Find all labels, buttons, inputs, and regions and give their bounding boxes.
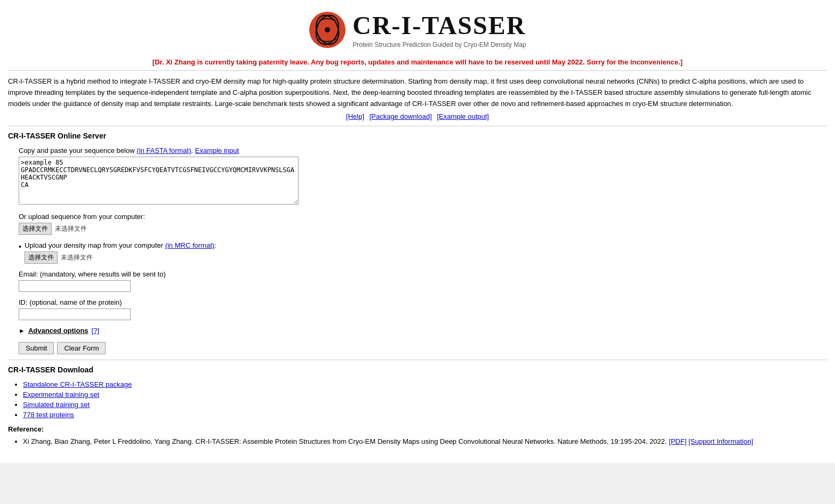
density-bullet-row: • Upload your density map from your comp…: [19, 241, 827, 264]
divider-2: [8, 126, 827, 126]
help-link[interactable]: [Help]: [346, 112, 364, 120]
download-link-3[interactable]: 778 test proteins: [23, 411, 74, 419]
logo-row: CR-I-TASSER Protein Structure Prediction…: [309, 11, 526, 48]
upload-seq-label: Or upload sequence from your computer:: [19, 213, 827, 221]
app-title: CR-I-TASSER: [352, 11, 526, 40]
id-label: ID: (optional, name of the protein): [19, 298, 827, 306]
header: CR-I-TASSER Protein Structure Prediction…: [8, 5, 827, 53]
list-item: Standalone CR-I-TASSER package: [23, 380, 827, 388]
reference-section: Reference: Xi Zhang, Biao Zhang, Peter L…: [8, 425, 827, 447]
intro-text: CR-I-TASSER is a hybrid method to integr…: [8, 76, 827, 109]
list-item: 778 test proteins: [23, 411, 827, 419]
links-row: [Help] [Package download] [Example outpu…: [8, 112, 827, 120]
download-link-2[interactable]: Simulated training set: [23, 401, 90, 409]
svg-point-3: [325, 27, 330, 32]
arrow-right-icon: ►: [19, 327, 25, 335]
upload-sequence-group: Or upload sequence from your computer: 选…: [19, 213, 827, 235]
download-link-0[interactable]: Standalone CR-I-TASSER package: [23, 380, 132, 388]
download-section: CR-I-TASSER Download Standalone CR-I-TAS…: [8, 365, 827, 419]
reference-list: Xi Zhang, Biao Zhang, Peter L Freddolino…: [8, 436, 827, 447]
upload-density-no-file: 未选择文件: [61, 253, 93, 262]
sequence-label-text: Copy and paste your sequence below: [19, 147, 135, 155]
mrc-format-link[interactable]: (in MRC format): [165, 241, 214, 249]
logo-icon: [309, 11, 346, 48]
upload-density-label-text: Upload your density map from your comput…: [25, 241, 163, 249]
divider-3: [8, 360, 827, 360]
id-input[interactable]: [19, 308, 131, 320]
notice-banner: [Dr. Xi Zhang is currently taking patern…: [8, 58, 827, 66]
advanced-help-link[interactable]: [?]: [92, 327, 99, 335]
app-subtitle: Protein Structure Prediction Guided by C…: [352, 41, 526, 48]
list-item: Xi Zhang, Biao Zhang, Peter L Freddolino…: [23, 436, 827, 447]
submit-button[interactable]: Submit: [19, 342, 54, 354]
reference-support-link[interactable]: [Support Information]: [688, 437, 753, 445]
email-input[interactable]: [19, 280, 131, 292]
reference-text: Xi Zhang, Biao Zhang, Peter L Freddolino…: [23, 437, 667, 445]
density-bullet: •: [19, 242, 21, 251]
example-output-link[interactable]: [Example output]: [437, 112, 489, 120]
upload-seq-button[interactable]: 选择文件: [19, 223, 52, 235]
sequence-textarea[interactable]: >example 85 GPADCCRMKECCTDRVNECLQRYSGRED…: [19, 157, 299, 205]
upload-density-row: 选择文件 未选择文件: [25, 251, 216, 264]
upload-seq-row: 选择文件 未选择文件: [19, 223, 827, 235]
upload-density-button[interactable]: 选择文件: [25, 251, 58, 264]
fasta-format-link[interactable]: (in FASTA format): [137, 147, 191, 155]
advanced-options-link[interactable]: Advanced options: [28, 327, 89, 335]
clear-form-button[interactable]: Clear Form: [57, 342, 106, 354]
download-list: Standalone CR-I-TASSER package Experimen…: [8, 380, 827, 419]
list-item: Simulated training set: [23, 401, 827, 409]
reference-pdf-link[interactable]: [PDF]: [669, 437, 686, 445]
sequence-label: Copy and paste your sequence below (in F…: [19, 147, 827, 155]
reference-title: Reference:: [8, 425, 827, 433]
form-buttons: Submit Clear Form: [19, 342, 827, 354]
package-download-link[interactable]: [Package download]: [370, 112, 432, 120]
email-group: Email: (mandatory, where results will be…: [19, 270, 827, 292]
example-input-link[interactable]: Example input: [195, 147, 239, 155]
list-item: Experimental training set: [23, 391, 827, 399]
upload-density-group: • Upload your density map from your comp…: [19, 241, 827, 264]
download-link-1[interactable]: Experimental training set: [23, 391, 99, 399]
server-section-title: CR-I-TASSER Online Server: [8, 132, 827, 140]
upload-seq-no-file: 未选择文件: [55, 224, 87, 233]
advanced-options-row: ► Advanced options [?]: [19, 327, 827, 335]
id-group: ID: (optional, name of the protein): [19, 298, 827, 320]
title-block: CR-I-TASSER Protein Structure Prediction…: [352, 11, 526, 48]
upload-density-label: Upload your density map from your comput…: [25, 241, 216, 249]
download-section-title: CR-I-TASSER Download: [8, 365, 827, 374]
sequence-group: Copy and paste your sequence below (in F…: [19, 147, 827, 206]
email-label: Email: (mandatory, where results will be…: [19, 270, 827, 278]
divider-1: [8, 70, 827, 71]
